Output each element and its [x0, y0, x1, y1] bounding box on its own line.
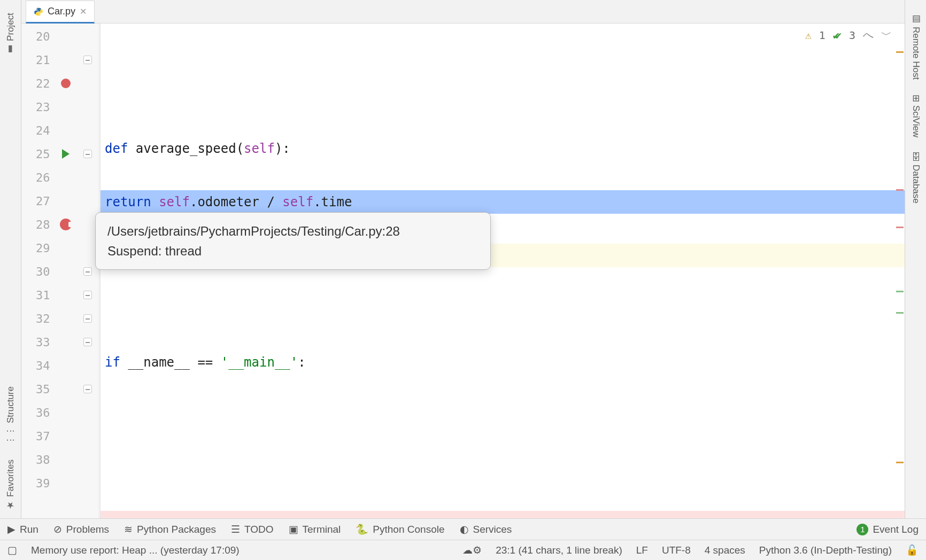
- lock-icon[interactable]: 🔓: [906, 544, 919, 556]
- editor-tab-car-py[interactable]: Car.py ✕: [26, 1, 95, 24]
- structure-label: Structure: [5, 386, 16, 423]
- breakpoint-thread-icon[interactable]: [60, 219, 72, 230]
- console-label: Python Console: [373, 524, 444, 535]
- line-number[interactable]: 37: [21, 424, 56, 448]
- line-number[interactable]: 26: [21, 166, 56, 189]
- line-number[interactable]: 36: [21, 401, 56, 424]
- line-number[interactable]: 31: [21, 283, 56, 307]
- favorites-label: Favorites: [5, 460, 16, 497]
- fold-handle-icon[interactable]: [83, 385, 92, 393]
- sciview-icon: ⊞: [910, 95, 921, 102]
- python-packages-tool-button[interactable]: ≋Python Packages: [124, 523, 216, 535]
- breakpoint-tooltip: /Users/jetbrains/PycharmProjects/Testing…: [95, 212, 491, 270]
- line-number[interactable]: 33: [21, 330, 56, 354]
- status-memory[interactable]: Memory use report: Heap ... (yesterday 1…: [31, 545, 240, 556]
- line-number[interactable]: 21: [21, 48, 56, 72]
- editor-gutter[interactable]: 2021222324252627282930313233343536373839: [21, 24, 101, 518]
- event-log-label: Event Log: [873, 524, 919, 535]
- quick-list-icon[interactable]: ▢: [7, 544, 17, 556]
- fold-handle-icon[interactable]: [83, 291, 92, 299]
- project-label: Project: [5, 13, 16, 41]
- line-number[interactable]: 29: [21, 236, 56, 260]
- packages-icon: ≋: [124, 523, 133, 535]
- line-number[interactable]: 38: [21, 448, 56, 471]
- problems-tool-button[interactable]: ⊘Problems: [53, 523, 109, 535]
- fold-handle-icon[interactable]: [83, 267, 92, 276]
- code-area[interactable]: ⚠ 1 ✔ ✔ 3 へ ﹀ def average_speed(self): r…: [101, 24, 905, 518]
- status-bar: ▢ Memory use report: Heap ... (yesterday…: [0, 540, 926, 560]
- code-editor[interactable]: 2021222324252627282930313233343536373839: [21, 24, 905, 518]
- status-indent[interactable]: 4 spaces: [705, 545, 745, 556]
- structure-icon: ⋮⋮: [5, 426, 16, 445]
- check-icon: ✔: [835, 29, 842, 42]
- gutter-fold-column: [76, 24, 100, 518]
- fold-handle-icon[interactable]: [83, 338, 92, 346]
- next-highlight-button[interactable]: ﹀: [881, 28, 892, 42]
- terminal-tool-button[interactable]: ▣Terminal: [289, 523, 341, 535]
- run-gutter-icon[interactable]: [62, 149, 70, 159]
- prev-highlight-button[interactable]: へ: [863, 28, 874, 42]
- line-number[interactable]: 22: [21, 72, 56, 95]
- line-number[interactable]: 34: [21, 354, 56, 377]
- line-number[interactable]: 35: [21, 377, 56, 401]
- sciview-tool-button[interactable]: ⊞ SciView: [910, 95, 921, 137]
- services-tool-button[interactable]: ◐Services: [460, 523, 512, 535]
- status-line-separator[interactable]: LF: [636, 545, 648, 556]
- bottom-tool-bar: ▶Run ⊘Problems ≋Python Packages ☰TODO ▣T…: [0, 518, 926, 540]
- line-number[interactable]: 27: [21, 189, 56, 213]
- breakpoint-icon[interactable]: [61, 79, 71, 88]
- status-interpreter[interactable]: Python 3.6 (In-Depth-Testing): [759, 545, 892, 556]
- fold-handle-icon[interactable]: [83, 56, 92, 64]
- code-line-breakpoint: [101, 511, 905, 518]
- remote-host-icon: ▤: [910, 13, 921, 24]
- todo-icon: ☰: [231, 523, 240, 535]
- structure-tool-button[interactable]: ⋮⋮ Structure: [5, 386, 16, 445]
- code-line: if __name__ == '__main__':: [101, 351, 905, 374]
- event-log-tool-button[interactable]: 1Event Log: [856, 524, 919, 535]
- services-label: Services: [473, 524, 512, 535]
- line-number[interactable]: 24: [21, 119, 56, 142]
- play-icon: ▶: [7, 523, 16, 535]
- warning-icon: ⚠: [805, 29, 812, 42]
- star-icon: ★: [5, 500, 16, 511]
- line-number[interactable]: 20: [21, 25, 56, 48]
- line-number[interactable]: 25: [21, 142, 56, 166]
- line-number[interactable]: 39: [21, 471, 56, 495]
- run-tool-button[interactable]: ▶Run: [7, 523, 38, 535]
- remote-host-tool-button[interactable]: ▤ Remote Host: [910, 13, 921, 80]
- inspection-profile-icon[interactable]: ☁⚙: [462, 544, 482, 556]
- run-label: Run: [20, 524, 38, 535]
- line-number[interactable]: 32: [21, 307, 56, 330]
- close-tab-button[interactable]: ✕: [80, 6, 87, 17]
- services-icon: ◐: [460, 523, 469, 535]
- error-stripe[interactable]: [895, 24, 905, 518]
- tab-filename: Car.py: [48, 6, 75, 17]
- event-count-badge: 1: [856, 524, 868, 535]
- terminal-icon: ▣: [289, 523, 298, 535]
- python-icon: 🐍: [356, 523, 368, 535]
- line-number[interactable]: 28: [21, 213, 56, 236]
- python-console-tool-button[interactable]: 🐍Python Console: [356, 523, 444, 535]
- code-line-current: return self.odometer / self.time: [101, 190, 905, 214]
- tooltip-suspend: Suspend: thread: [107, 241, 479, 261]
- svg-point-0: [36, 9, 37, 10]
- sciview-label: SciView: [910, 105, 921, 137]
- fold-handle-icon[interactable]: [83, 314, 92, 323]
- status-encoding[interactable]: UTF-8: [662, 545, 691, 556]
- todo-tool-button[interactable]: ☰TODO: [231, 523, 274, 535]
- line-number[interactable]: 30: [21, 260, 56, 283]
- svg-point-1: [40, 14, 41, 15]
- project-tool-button[interactable]: ▮ Project: [5, 13, 16, 55]
- code-line: [101, 457, 905, 481]
- todo-label: TODO: [244, 524, 274, 535]
- favorites-tool-button[interactable]: ★ Favorites: [5, 460, 16, 511]
- database-tool-button[interactable]: 🗄 Database: [910, 152, 921, 204]
- right-tool-rail: ▤ Remote Host ⊞ SciView 🗄 Database: [905, 0, 926, 518]
- status-caret-position[interactable]: 23:1 (41 chars, 1 line break): [496, 545, 622, 556]
- problems-icon: ⊘: [53, 523, 62, 535]
- line-number[interactable]: 23: [21, 95, 56, 119]
- terminal-label: Terminal: [303, 524, 341, 535]
- left-tool-rail: ▮ Project ⋮⋮ Structure ★ Favorites: [0, 0, 21, 518]
- inspection-widget[interactable]: ⚠ 1 ✔ ✔ 3 へ ﹀: [805, 28, 892, 42]
- fold-handle-icon[interactable]: [83, 150, 92, 158]
